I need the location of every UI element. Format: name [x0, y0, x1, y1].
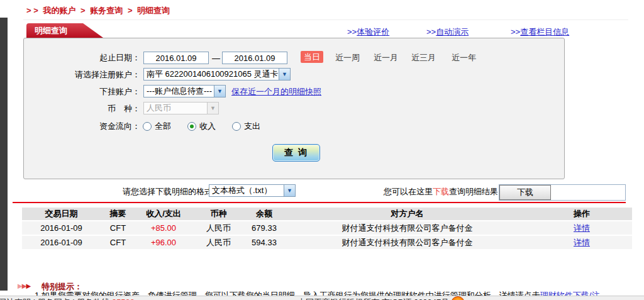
- footer-links: 网站声明 | 服务网点 | 服务热线 95588: [0, 297, 135, 300]
- footer-hotline-number: 95588: [112, 297, 135, 300]
- radio-selected-icon[interactable]: [187, 122, 196, 131]
- cell-counterparty: 财付通支付科技有限公司客户备付金: [283, 221, 531, 235]
- detail-link[interactable]: 详情: [574, 238, 590, 247]
- window-edge-strip: [0, 18, 8, 291]
- tab-title: 明细查询: [35, 26, 67, 35]
- cell-date: 2016-01-09: [22, 221, 101, 235]
- footer-site-statement-link[interactable]: 网站声明: [0, 297, 31, 300]
- link-prefix: >>: [511, 27, 520, 36]
- link-prefix: >>: [426, 27, 436, 36]
- date-dash: —: [212, 52, 220, 65]
- notice-arrows-icon: ▶▶▶: [18, 282, 30, 289]
- transactions-table: 交易日期 摘要 收入/支出 币种 余额 对方户名 操作 2016-01-09 C…: [22, 208, 632, 249]
- col-counterparty: 对方户名: [283, 208, 531, 220]
- fund-flow-label: 资金流向：: [24, 119, 140, 133]
- divider: [23, 19, 628, 20]
- link-prefix: >>: [347, 27, 357, 36]
- radio-icon[interactable]: [143, 122, 152, 131]
- footer-sep: |: [33, 297, 35, 300]
- download-result-text: 您可以在这里下载查询明细结果: [384, 186, 498, 197]
- currency-label: 币 种：: [24, 102, 140, 115]
- breadcrumb-item-account-query[interactable]: 账务查询: [90, 6, 123, 15]
- link-auto-demo[interactable]: >>自动演示: [426, 26, 469, 38]
- range-last-month-button[interactable]: 近一月: [374, 52, 398, 63]
- section-divider-red: [13, 202, 626, 203]
- date-range-label: 起止日期：: [24, 51, 140, 64]
- table-row: 2016-01-09 CFT +96.00 人民币 594.33 财付通支付科技…: [22, 236, 632, 249]
- query-form-panel: 起止日期： — 当日 近一周 近一月 近三月 近一年 请选择注册账户： 南平 6…: [23, 38, 565, 179]
- radio-expense-label: 支出: [244, 121, 260, 132]
- copyright-text: 中国工商银行版权所有: [297, 297, 379, 300]
- chevron-down-icon[interactable]: ▼: [284, 185, 295, 196]
- sub-account-label: 下挂账户：: [24, 85, 140, 98]
- range-last-year-button[interactable]: 近一年: [452, 52, 476, 63]
- query-button[interactable]: 查 询: [272, 144, 320, 162]
- registered-account-select[interactable]: 南平 6222001406100921065 灵通卡 ▼: [143, 68, 291, 81]
- table-row: 2016-01-09 CFT +85.00 人民币 679.33 财付通支付科技…: [22, 221, 632, 235]
- cell-summary: CFT: [101, 236, 135, 249]
- download-format-select[interactable]: 文本格式（.txt） ▼: [209, 184, 296, 197]
- link-label: 查看栏目信息: [520, 27, 569, 36]
- col-action: 操作: [531, 208, 632, 220]
- icbc-badge-icon: [451, 296, 465, 300]
- icp-number: 京ICP证 030247号: [382, 297, 450, 300]
- footer: 网站声明 | 服务网点 | 服务热线 95588 中国工商银行版权所有 京ICP…: [0, 296, 644, 300]
- download-inline-link[interactable]: 下载: [433, 187, 449, 196]
- breadcrumb-sep: >: [80, 6, 86, 15]
- sub-account-value: ---账户信息待查---: [144, 86, 214, 97]
- range-last-3-months-button[interactable]: 近三月: [411, 52, 436, 63]
- cell-currency: 人民币: [192, 236, 245, 249]
- currency-select-disabled: 人民币 ▼: [143, 102, 219, 114]
- download-result-after: 查询明细结果: [449, 187, 498, 196]
- download-button-box: 下载: [499, 184, 626, 201]
- footer-copyright: 中国工商银行版权所有 京ICP证 030247号: [297, 297, 449, 300]
- breadcrumb: > > 我的账户 > 账务查询 > 明细查询: [26, 5, 172, 16]
- col-income-expense: 收入/支出: [135, 208, 192, 220]
- chevron-down-icon: ▼: [207, 103, 218, 114]
- range-today-button[interactable]: 当日: [301, 51, 323, 63]
- link-label: 体验评价: [357, 27, 389, 36]
- radio-icon[interactable]: [232, 122, 241, 131]
- download-result-before: 您可以在这里: [384, 187, 433, 196]
- col-balance: 余额: [245, 208, 283, 220]
- range-last-week-button[interactable]: 近一周: [335, 52, 360, 63]
- download-button[interactable]: 下载: [499, 185, 551, 200]
- footer-hotline-label: 服务热线: [77, 297, 109, 300]
- footer-sep: |: [72, 297, 74, 300]
- cell-date: 2016-01-09: [22, 236, 101, 249]
- radio-all[interactable]: 全部: [143, 121, 171, 132]
- link-view-column-info[interactable]: >>查看栏目信息: [511, 26, 569, 38]
- breadcrumb-item-my-account[interactable]: 我的账户: [43, 6, 75, 15]
- link-label: 自动演示: [436, 27, 469, 36]
- download-format-value: 文本格式（.txt）: [209, 185, 284, 196]
- radio-income[interactable]: 收入: [187, 121, 216, 132]
- table-header-row: 交易日期 摘要 收入/支出 币种 余额 对方户名 操作: [22, 208, 632, 220]
- cell-balance: 594.33: [245, 236, 283, 249]
- save-monthly-snapshot-link[interactable]: 保存近一个月的明细快照: [231, 86, 321, 97]
- radio-income-label: 收入: [199, 121, 216, 132]
- cell-balance: 679.33: [245, 221, 283, 235]
- col-currency: 币种: [192, 208, 245, 220]
- registered-account-value: 南平 6222001406100921065 灵通卡: [144, 69, 279, 80]
- date-to-input[interactable]: [222, 52, 287, 64]
- download-format-label: 请您选择下载明细的格式: [123, 186, 213, 197]
- link-experience-rating[interactable]: >>体验评价: [347, 26, 389, 38]
- radio-expense[interactable]: 支出: [232, 121, 260, 132]
- breadcrumb-item-detail-query[interactable]: 明细查询: [137, 6, 170, 15]
- registered-account-label: 请选择注册账户：: [24, 68, 140, 81]
- breadcrumb-prefix: > >: [26, 6, 38, 15]
- chevron-down-icon[interactable]: ▼: [214, 86, 225, 97]
- radio-all-label: 全部: [155, 121, 171, 132]
- cell-summary: CFT: [101, 221, 135, 235]
- cell-counterparty: 财付通支付科技有限公司客户备付金: [283, 236, 531, 249]
- footer-service-outlets-link[interactable]: 服务网点: [38, 297, 70, 300]
- currency-value: 人民币: [144, 103, 207, 114]
- date-from-input[interactable]: [143, 52, 209, 64]
- chevron-down-icon[interactable]: ▼: [279, 69, 290, 80]
- detail-link[interactable]: 详情: [574, 223, 590, 233]
- col-summary: 摘要: [101, 208, 135, 220]
- cell-amount: +96.00: [135, 236, 192, 249]
- sub-account-select[interactable]: ---账户信息待查--- ▼: [143, 85, 226, 97]
- tab-detail-query[interactable]: 明细查询: [26, 23, 103, 38]
- cell-currency: 人民币: [192, 221, 245, 235]
